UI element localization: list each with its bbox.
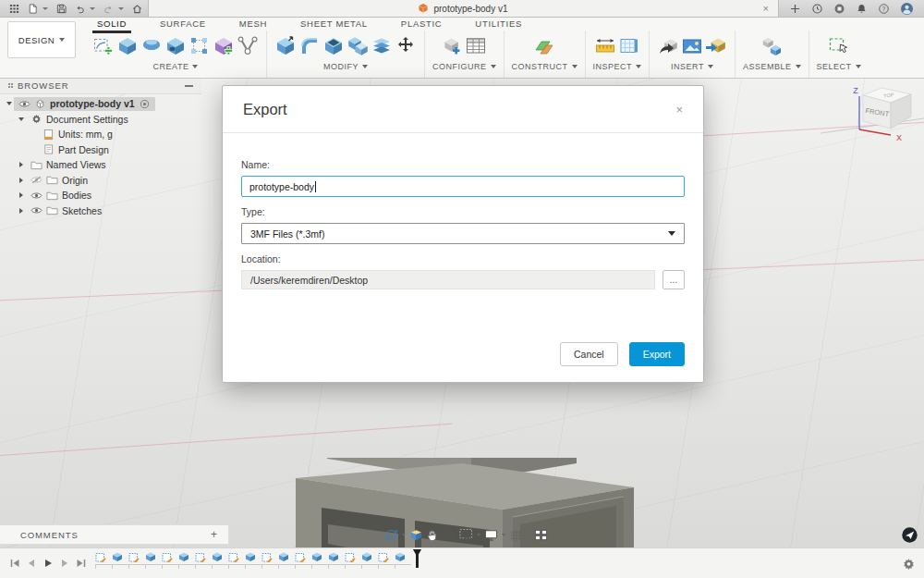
timeline-feature-extrude-10[interactable] [245, 551, 256, 562]
create-sketch-icon[interactable] [92, 35, 115, 57]
timeline-feature-extrude-19[interactable] [395, 551, 406, 562]
browser-item-part-design[interactable]: Part Design [0, 142, 201, 158]
timeline-feature-extrude-17[interactable] [361, 551, 372, 562]
close-document-icon[interactable]: × [763, 4, 769, 14]
row-content[interactable]: Named Views [26, 158, 111, 172]
insert-mesh-icon[interactable] [705, 35, 727, 57]
group-menu-configure[interactable]: CONFIGURE [432, 62, 496, 71]
timeline-feature-extrude-15[interactable] [328, 551, 339, 562]
section-analysis-icon[interactable] [618, 35, 640, 57]
timeline-feature-extrude-12[interactable] [278, 551, 289, 562]
measure-icon[interactable] [594, 35, 616, 57]
timeline-feature-sketch-11[interactable] [261, 551, 273, 562]
view-cube[interactable]: Z X TOP FRONT [821, 78, 924, 168]
pan-icon[interactable] [426, 528, 440, 542]
timeline-feature-sketch-9[interactable] [228, 551, 239, 562]
browser-item-sketches[interactable]: Sketches [0, 203, 201, 219]
play-icon[interactable] [43, 558, 54, 569]
tab-mesh[interactable]: MESH [235, 17, 272, 31]
timeline-feature-sketch-5[interactable] [162, 551, 173, 562]
timeline-feature-extrude-14[interactable] [311, 551, 322, 562]
export-button[interactable]: Export [629, 342, 685, 366]
canvas-icon[interactable] [681, 35, 703, 57]
export-location-field[interactable]: /Users/keremdiren/Desktop [241, 270, 655, 289]
eye-on-icon[interactable] [18, 99, 30, 109]
configuration-icon[interactable] [441, 35, 463, 57]
browser-item-prototype-body-v1[interactable]: prototype-body v1 [0, 96, 201, 112]
timeline-feature-extrude-2[interactable] [112, 551, 123, 562]
design-workspace-dropdown[interactable]: DESIGN [7, 21, 76, 58]
fillet-icon[interactable] [298, 35, 321, 57]
revolve-icon[interactable] [140, 35, 163, 57]
move-icon[interactable] [395, 35, 417, 57]
comments-bar[interactable]: COMMENTS + [0, 524, 229, 545]
caret-right-icon[interactable] [16, 192, 26, 198]
add-tab-icon[interactable] [790, 4, 800, 14]
timeline-feature-extrude-8[interactable] [212, 551, 223, 562]
group-menu-inspect[interactable]: INSPECT [593, 62, 642, 71]
row-content[interactable]: prototype-body v1 [14, 97, 155, 111]
notifications-icon[interactable] [857, 4, 867, 14]
timeline-feature-sketch-16[interactable] [345, 551, 356, 562]
target-icon[interactable] [139, 99, 151, 109]
derive-icon[interactable] [657, 35, 679, 57]
eye-on-icon[interactable] [30, 205, 43, 215]
row-content[interactable]: Units: mm, g [38, 128, 117, 141]
eye-on-icon[interactable] [30, 191, 43, 201]
tab-solid[interactable]: SOLID [92, 17, 131, 31]
export-name-input[interactable]: prototype-body [241, 176, 685, 197]
file-icon[interactable] [28, 4, 38, 14]
loft-icon[interactable] [164, 35, 187, 57]
collapse-panel-icon[interactable] [185, 85, 193, 87]
pipe-icon[interactable] [237, 35, 259, 57]
cancel-button[interactable]: Cancel [560, 342, 618, 366]
tab-plastic[interactable]: PLASTIC [396, 17, 447, 31]
feedback-badge[interactable] [902, 527, 918, 543]
job-status-icon[interactable] [812, 4, 822, 14]
tab-sheet-metal[interactable]: SHEET METAL [296, 17, 372, 31]
close-dialog-icon[interactable]: × [675, 104, 683, 116]
browser-panel-header[interactable]: BROWSER [0, 78, 201, 94]
row-content[interactable]: Sketches [26, 203, 106, 217]
export-type-select[interactable]: 3MF Files (*.3mf) [241, 223, 685, 244]
browser-item-origin[interactable]: Origin [0, 173, 201, 189]
export-dialog-header[interactable]: Export × [223, 86, 703, 133]
shell-icon[interactable] [322, 35, 345, 57]
pattern-icon[interactable] [188, 35, 211, 57]
tab-surface[interactable]: SURFACE [155, 17, 211, 31]
select-icon[interactable] [828, 35, 850, 57]
configuration-table-icon[interactable] [465, 35, 487, 57]
add-comment-button[interactable]: + [211, 528, 218, 541]
undo-icon[interactable] [75, 4, 85, 14]
timeline-feature-sketch-7[interactable] [195, 551, 206, 562]
new-component-icon[interactable] [760, 35, 783, 57]
viewports-icon[interactable] [534, 528, 548, 542]
browse-location-button[interactable]: ... [663, 270, 685, 289]
extrude-icon[interactable] [116, 35, 139, 57]
combine-icon[interactable] [346, 35, 369, 57]
fit-icon[interactable] [459, 528, 473, 542]
timeline-feature-extrude-6[interactable] [178, 551, 189, 562]
group-menu-create[interactable]: CREATE [153, 62, 199, 71]
timeline-feature-extrude-4[interactable] [145, 551, 156, 562]
app-grid-icon[interactable] [9, 4, 19, 14]
panel-grip-icon[interactable] [8, 83, 10, 85]
group-menu-modify[interactable]: MODIFY [323, 62, 368, 71]
browser-item-bodies[interactable]: Bodies [0, 188, 201, 203]
timeline-feature-sketch-1[interactable] [95, 551, 106, 562]
row-content[interactable]: Part Design [38, 142, 114, 156]
display-settings-icon[interactable] [484, 528, 498, 542]
caret-down-icon[interactable] [16, 117, 26, 121]
caret-down-icon[interactable] [4, 102, 14, 105]
timeline-settings-gear-icon[interactable] [903, 558, 924, 570]
browser-item-document-settings[interactable]: Document Settings [0, 112, 201, 128]
avatar-icon[interactable] [901, 3, 913, 15]
split-body-icon[interactable] [371, 35, 393, 57]
look-at-icon[interactable] [409, 528, 423, 542]
step-forward-icon[interactable] [59, 558, 70, 569]
offset-plane-icon[interactable] [533, 35, 555, 57]
timeline-feature-sketch-13[interactable] [295, 551, 306, 562]
eye-off-icon[interactable] [30, 175, 43, 185]
zoom-window-icon[interactable] [443, 528, 456, 542]
orbit-icon[interactable] [384, 528, 398, 542]
